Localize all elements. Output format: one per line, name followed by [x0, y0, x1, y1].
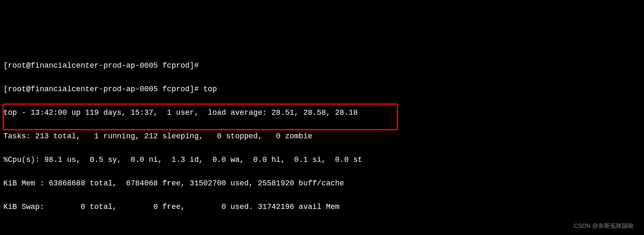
prompt-line-top: [root@financialcenter-prod-ap-0005 fcpro…: [3, 83, 641, 95]
blank-line: [3, 224, 641, 235]
watermark-text: CSDN @奈斯菟咪踢呦: [574, 220, 633, 232]
summary-line-4: KiB Mem : 63868688 total, 6784068 free, …: [3, 177, 641, 189]
summary-line-2: Tasks: 213 total, 1 running, 212 sleepin…: [3, 130, 641, 142]
prompt-line: [root@financialcenter-prod-ap-0005 fcpro…: [3, 60, 641, 71]
summary-line-3: %Cpu(s): 98.1 us, 0.5 sy, 0.0 ni, 1.3 id…: [3, 154, 641, 166]
summary-line-5: KiB Swap: 0 total, 0 free, 0 used. 31742…: [3, 201, 641, 213]
terminal[interactable]: [root@financialcenter-prod-ap-0005 fcpro…: [0, 47, 644, 235]
summary-line-1: top - 13:42:00 up 119 days, 15:37, 1 use…: [3, 107, 641, 119]
